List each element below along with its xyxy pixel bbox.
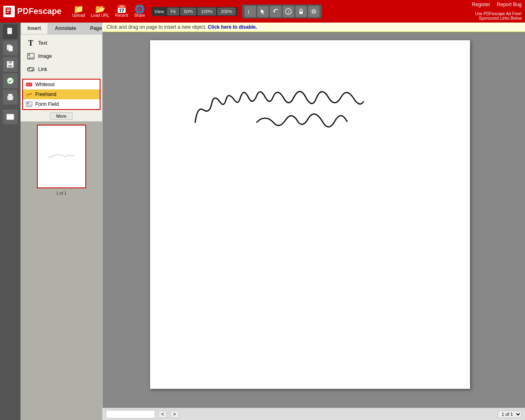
zoom-50-button[interactable]: 50%	[180, 8, 196, 15]
zoom-100-button[interactable]: 100%	[198, 8, 216, 15]
whiteout-icon	[25, 81, 33, 88]
share-button[interactable]: 🌐 Share	[131, 4, 148, 18]
whiteout-label: Whiteout	[35, 82, 55, 87]
next-page-button[interactable]: >	[170, 411, 179, 418]
tool-text[interactable]: T Text	[23, 37, 100, 49]
tool-panel: Insert Annotate Page T Text Image Link	[21, 23, 103, 420]
fit-button[interactable]: Fit	[167, 8, 179, 15]
pdf-page	[150, 40, 470, 389]
prev-page-button[interactable]: <	[158, 411, 167, 418]
upload-icon: 📁	[73, 5, 84, 13]
svg-rect-23	[7, 114, 14, 120]
sidebar-pages-icon[interactable]	[3, 41, 18, 55]
link-tool-icon	[27, 65, 35, 73]
tab-annotate[interactable]: Annotate	[48, 23, 83, 34]
toolbar-group: 📁 Upload 📂 Load URL 📅 Recent 🌐 Share	[70, 4, 148, 18]
svg-rect-21	[8, 94, 12, 96]
image-tool-icon	[27, 52, 35, 60]
load-url-button[interactable]: 📂 Load URL	[89, 4, 112, 18]
more-button[interactable]: More	[50, 112, 73, 120]
settings-icon[interactable]	[308, 6, 320, 17]
pdf-container[interactable]	[103, 32, 525, 408]
ad-text: Use PDFescape Ad Free! Sponsored Links B…	[475, 11, 522, 21]
svg-text:i: i	[288, 9, 289, 14]
undo-icon[interactable]	[270, 6, 281, 17]
tool-image[interactable]: Image	[23, 50, 100, 62]
svg-text:I: I	[248, 9, 249, 15]
svg-rect-22	[8, 98, 12, 100]
tab-insert[interactable]: Insert	[21, 23, 48, 34]
left-sidebar	[0, 23, 21, 420]
logo-icon	[3, 6, 15, 17]
cursor-icon[interactable]	[257, 6, 269, 17]
svg-rect-28	[26, 96, 28, 97]
content-area: Click and drag on page to insert a new o…	[103, 23, 525, 420]
svg-marker-5	[261, 9, 265, 14]
header: PDFescape 📁 Upload 📂 Load URL 📅 Recent 🌐…	[0, 0, 525, 23]
disable-link[interactable]: Click here to disable.	[208, 24, 257, 30]
freehand-label: Freehand	[35, 91, 56, 97]
image-tool-label: Image	[38, 53, 52, 59]
svg-rect-27	[26, 83, 32, 86]
tool-link[interactable]: Link	[23, 63, 100, 75]
sidebar-document-icon[interactable]	[3, 24, 18, 39]
page-thumbnail[interactable]	[37, 125, 86, 188]
svg-rect-9	[299, 11, 303, 14]
text-tool-icon: T	[27, 39, 35, 47]
sidebar-check-icon[interactable]	[3, 73, 18, 88]
load-url-icon: 📂	[95, 5, 105, 13]
formfield-label: Form Field	[35, 101, 59, 107]
svg-rect-3	[7, 12, 9, 13]
register-link[interactable]: Register	[472, 2, 491, 7]
search-input[interactable]	[106, 410, 155, 418]
edit-toolbar: I i	[242, 5, 322, 18]
upload-button[interactable]: 📁 Upload	[70, 4, 88, 18]
view-controls: View Fit 50% 100% 200%	[152, 7, 238, 16]
annotate-formfield[interactable]: Form Field	[23, 99, 100, 109]
signature-drawing	[175, 61, 380, 151]
sidebar-thumbnail-icon[interactable]	[3, 110, 18, 124]
info-banner: Click and drag on page to insert a new o…	[103, 23, 525, 32]
svg-point-19	[7, 78, 14, 84]
annotate-whiteout[interactable]: Whiteout	[23, 80, 100, 89]
share-icon: 🌐	[135, 5, 145, 13]
annotate-freehand[interactable]: Freehand	[23, 89, 100, 99]
svg-rect-1	[7, 9, 10, 9]
page-thumbnail-panel: 1 of 1	[21, 121, 102, 420]
logo: PDFescape	[3, 6, 62, 17]
zoom-200-button[interactable]: 200%	[217, 8, 235, 15]
page-selector[interactable]: 1 of 1	[498, 411, 522, 418]
bottom-bar: < > 1 of 1	[103, 408, 525, 420]
page-thumb-label: 1 of 1	[37, 191, 86, 196]
annotate-dropdown: Whiteout Freehand Form Field	[22, 79, 100, 110]
svg-point-10	[313, 10, 315, 13]
svg-rect-18	[8, 65, 12, 67]
lock-icon[interactable]	[295, 6, 307, 17]
svg-point-25	[28, 54, 30, 56]
sidebar-save-icon[interactable]	[3, 57, 18, 72]
svg-rect-30	[27, 103, 29, 104]
text-tool-label: Text	[38, 40, 47, 46]
info-icon[interactable]: i	[283, 6, 294, 17]
app-name: PDFescape	[17, 7, 62, 16]
main-area: Insert Annotate Page T Text Image Link	[0, 23, 525, 420]
insert-tool-items: T Text Image Link	[21, 34, 102, 78]
svg-rect-17	[9, 61, 12, 64]
link-tool-label: Link	[38, 66, 47, 72]
recent-button[interactable]: 📅 Recent	[113, 4, 131, 18]
svg-rect-2	[7, 10, 10, 11]
recent-icon: 📅	[116, 5, 127, 13]
svg-rect-31	[27, 105, 31, 106]
freehand-icon	[25, 91, 33, 98]
tab-bar: Insert Annotate Page	[21, 23, 102, 34]
banner-main-text: Click and drag on page to insert a new o…	[107, 24, 206, 30]
svg-rect-15	[9, 46, 13, 51]
text-cursor-icon[interactable]: I	[244, 6, 256, 17]
report-bug-link[interactable]: Report Bug	[497, 2, 522, 7]
sidebar-print-icon[interactable]	[3, 90, 18, 105]
top-right-links: Register Report Bug	[472, 2, 522, 7]
svg-marker-26	[27, 56, 34, 59]
view-label: View	[154, 9, 164, 14]
formfield-icon	[25, 100, 33, 108]
page-thumb-wrapper: 1 of 1	[37, 125, 86, 188]
